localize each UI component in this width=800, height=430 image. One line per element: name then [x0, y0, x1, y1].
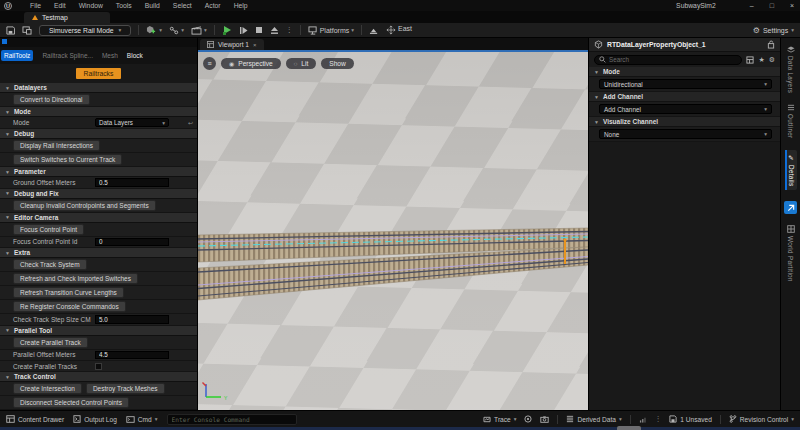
section-datalayers[interactable]: ▼Datalayers — [0, 83, 197, 93]
details-section-add-channel[interactable]: ▼Add Channel — [589, 92, 780, 102]
section-extra[interactable]: ▼Extra — [0, 248, 197, 258]
railtracks-button[interactable]: Railtracks — [76, 68, 122, 79]
screenshot-icon[interactable] — [540, 416, 549, 423]
menu-actor[interactable]: Actor — [205, 2, 221, 9]
section-parallel-tool[interactable]: ▼Parallel Tool — [0, 326, 197, 336]
save-icon[interactable] — [6, 26, 15, 35]
viewport-options-button[interactable]: ≡ — [203, 57, 216, 70]
console-command-input[interactable] — [167, 414, 297, 425]
cinematics-button[interactable]: ▾ — [191, 26, 207, 35]
close-button[interactable]: × — [790, 2, 794, 9]
insights-icon[interactable] — [524, 415, 532, 423]
chevron-down-icon: ▾ — [514, 416, 517, 422]
sidebar-tab-world-partition[interactable]: World Partition — [787, 225, 795, 282]
reset-to-default-icon[interactable]: ↩ — [188, 119, 193, 126]
stop-button[interactable] — [255, 26, 263, 34]
cleanup-invalid-button[interactable]: Cleanup Invalid Controlpoints and Segmen… — [13, 200, 156, 211]
switch-switches-button[interactable]: Switch Switches to Current Track — [13, 154, 122, 165]
track-scene-svg: Y — [198, 52, 588, 410]
parallel-offset-input[interactable] — [95, 351, 169, 360]
details-search-box[interactable] — [594, 55, 742, 65]
reregister-console-commandos-button[interactable]: Re Register Console Commandos — [13, 301, 126, 312]
close-icon[interactable]: × — [253, 42, 257, 48]
perspective-button[interactable]: ◉ Perspective — [221, 58, 281, 69]
convert-to-directional-button[interactable]: Convert to Directional — [13, 94, 90, 105]
tab-mesh[interactable]: Mesh — [102, 52, 118, 59]
derived-data-dropdown[interactable]: Derived Data ▾ — [566, 415, 621, 423]
lit-button[interactable]: ◌ Lit — [286, 58, 317, 69]
details-settings-gear-icon[interactable]: ⚙ — [769, 56, 775, 64]
active-tool-icon[interactable] — [784, 201, 797, 214]
editor-mode-selector[interactable]: Simuverse Rail Mode ▾ — [39, 25, 131, 36]
section-debug[interactable]: ▼Debug — [0, 129, 197, 139]
output-log-button[interactable]: Output Log — [73, 415, 117, 423]
menu-edit[interactable]: Edit — [54, 2, 66, 9]
focus-control-point-button[interactable]: Focus Control Point — [13, 224, 84, 235]
revision-control-dropdown[interactable]: Revision Control ▾ — [729, 415, 794, 423]
details-search-input[interactable] — [609, 56, 737, 63]
lock-icon[interactable] — [767, 40, 775, 49]
eject-button[interactable] — [270, 26, 279, 35]
trace-dropdown[interactable]: Trace ▾ — [483, 416, 516, 423]
check-track-step-size-input[interactable] — [95, 315, 169, 324]
tab-railtrack-spline[interactable]: Railtrack Spline... — [42, 52, 93, 59]
unsaved-button[interactable]: 1 Unsaved — [669, 415, 712, 423]
section-debug-and-fix[interactable]: ▼Debug and Fix — [0, 189, 197, 199]
sidebar-tab-details[interactable]: ✎ Details — [785, 150, 797, 190]
tab-railtoolz[interactable]: RailToolz — [1, 50, 33, 61]
add-actor-button[interactable]: ▾ — [146, 25, 162, 35]
show-button[interactable]: Show — [321, 58, 354, 69]
section-editor-camera[interactable]: ▼Editor Camera — [0, 213, 197, 223]
frame-skip-button[interactable] — [239, 26, 248, 35]
blueprints-button[interactable]: ▾ — [169, 26, 184, 35]
east-tool-button[interactable]: East — [386, 25, 412, 35]
refresh-imported-switches-button[interactable]: Refresh and Check Imported Switches — [13, 273, 138, 284]
minimize-button[interactable]: – — [750, 2, 754, 9]
settings-button[interactable]: Settings — [763, 27, 788, 34]
play-options-icon[interactable]: ⋮ — [286, 26, 293, 34]
menu-build[interactable]: Build — [145, 2, 160, 9]
menu-window[interactable]: Window — [79, 2, 103, 9]
maximize-button[interactable]: □ — [770, 2, 774, 9]
visualize-channel-dropdown[interactable]: None ▾ — [599, 129, 772, 139]
unreal-logo-icon: U — [4, 2, 12, 10]
sidebar-tab-data-layers[interactable]: Data Layers — [787, 46, 795, 93]
add-channel-dropdown[interactable]: Add Channel ▾ — [599, 104, 772, 114]
content-drawer-button[interactable]: Content Drawer — [6, 415, 64, 423]
create-parallel-tracks-checkbox[interactable] — [95, 363, 102, 370]
ground-offset-input[interactable] — [95, 178, 169, 187]
sidebar-tab-outliner[interactable]: Outliner — [787, 104, 795, 138]
lamp-tool-icon[interactable] — [369, 26, 379, 35]
cmd-dropdown[interactable]: Cmd ▾ — [126, 416, 158, 423]
menu-file[interactable]: File — [30, 2, 41, 9]
create-intersection-button[interactable]: Create Intersection — [13, 383, 82, 394]
section-track-control[interactable]: ▼Track Control — [0, 372, 197, 382]
mode-dropdown[interactable]: Data Layers▾ — [95, 118, 169, 127]
level-tab-testmap[interactable]: Testmap — [24, 12, 110, 23]
menu-help[interactable]: Help — [234, 2, 248, 9]
disconnect-selected-button[interactable]: Disconnect Selected Control Points — [13, 397, 129, 408]
check-track-system-button[interactable]: Check Track System — [13, 259, 87, 270]
network-status-icon[interactable] — [639, 416, 647, 423]
project-tools-icon[interactable] — [22, 26, 32, 35]
play-button[interactable] — [222, 25, 232, 35]
section-parameter[interactable]: ▼Parameter — [0, 167, 197, 177]
viewport-scene[interactable]: Y ≡ ◉ Perspective ◌ Lit Show — [198, 52, 588, 410]
focus-control-point-id-input[interactable] — [95, 238, 169, 247]
more-options-icon[interactable]: ⋮ — [655, 415, 662, 423]
destroy-track-meshes-button[interactable]: Destroy Track Meshes — [86, 383, 165, 394]
details-section-visualize-channel[interactable]: ▼Visualize Channel — [589, 117, 780, 127]
menu-tools[interactable]: Tools — [116, 2, 132, 9]
menu-select[interactable]: Select — [173, 2, 192, 9]
refresh-transition-curve-button[interactable]: Refresh Transition Curve Lengths — [13, 287, 124, 298]
favorites-star-icon[interactable]: ★ — [758, 56, 764, 64]
section-mode[interactable]: ▼Mode — [0, 107, 197, 117]
tab-block[interactable]: Block — [127, 52, 143, 59]
viewport-tab[interactable]: Viewport 1 × — [200, 39, 264, 50]
display-filter-icon[interactable] — [746, 56, 754, 64]
mode-unidirectional-dropdown[interactable]: Unidirectional ▾ — [599, 79, 772, 89]
platforms-button[interactable]: Platforms ▾ — [308, 26, 354, 35]
details-section-mode[interactable]: ▼Mode — [589, 67, 780, 77]
display-rail-intersections-button[interactable]: Display Rail Intersections — [13, 140, 100, 151]
create-parallel-track-button[interactable]: Create Parallel Track — [13, 337, 88, 348]
